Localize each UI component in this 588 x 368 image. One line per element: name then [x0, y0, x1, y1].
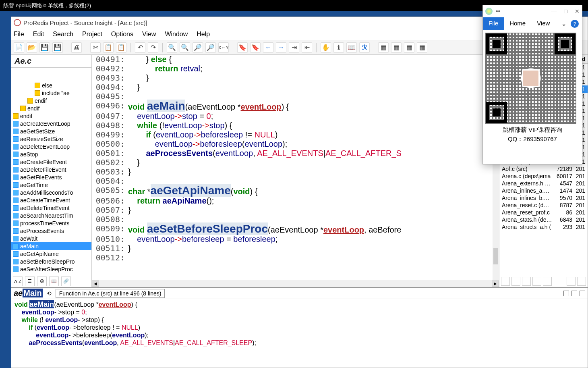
code-line[interactable]: 00509:void aeSetBeforeSleepProc(aeEventL… — [92, 224, 499, 235]
link-icon[interactable]: 🔗 — [61, 277, 71, 286]
symbol-aewait[interactable]: aeWait — [11, 235, 91, 242]
overlay-titlebar[interactable]: •• — □ ✕ — [483, 5, 582, 17]
code-line[interactable]: 00501: aeProcessEvents(eventLoop, AE_ALL… — [92, 149, 499, 158]
undo-icon[interactable]: ↶ — [135, 42, 145, 53]
code-text[interactable]: eventLoop->beforesleep = beforesleep; — [128, 235, 499, 244]
minimize-icon[interactable]: — — [551, 8, 557, 15]
file-row[interactable]: Arena_externs.h (de4547201 — [499, 180, 588, 187]
minimize-icon[interactable] — [563, 291, 569, 296]
context-line[interactable]: eventLoop- >beforesleep(eventLoop); — [14, 331, 584, 339]
open-icon[interactable] — [567, 277, 576, 286]
code-line[interactable]: 00498: while (!eventLoop->stop) { — [92, 121, 499, 130]
code-text[interactable]: return retval; — [128, 64, 499, 73]
code-text[interactable]: } — [128, 206, 499, 215]
symbol-aecreatefileevent[interactable]: aeCreateFileEvent — [11, 158, 91, 166]
symbol-aedeleteeventloop[interactable]: aeDeleteEventLoop — [11, 143, 91, 150]
file-row[interactable]: Arena_structs_a.h (293201 — [499, 223, 588, 231]
code-text[interactable]: return aeApiName(); — [128, 196, 499, 206]
file-row[interactable]: Arena_reset.c (deps8787201 — [499, 202, 588, 209]
menu-help[interactable]: Help — [197, 31, 210, 38]
symbol-aedeletefileevent[interactable]: aeDeleteFileEvent — [11, 166, 91, 173]
regex-icon[interactable]: X←Y — [218, 42, 229, 53]
copy-icon[interactable]: 📋 — [103, 42, 114, 53]
code-text[interactable]: } — [128, 83, 499, 92]
symbol-aecreatetimeevent[interactable]: aeCreateTimeEvent — [11, 196, 91, 204]
code-text[interactable]: while (!eventLoop->stop) { — [128, 121, 499, 130]
book-icon[interactable]: 📖 — [346, 42, 357, 53]
jump-icon[interactable]: ⇥ — [289, 42, 299, 53]
symbol-aegetapiname[interactable]: aeGetApiName — [11, 250, 91, 258]
code-text[interactable]: if (eventLoop->beforesleep != NULL) — [128, 130, 499, 139]
code-text[interactable]: void aeMain(aeEventLoop *eventLoop) { — [128, 101, 499, 112]
sort-az-button[interactable]: A-Z — [13, 277, 23, 286]
code-line[interactable]: 00492: return retval; — [92, 64, 499, 73]
code-text[interactable]: } — [128, 158, 499, 167]
jump2-icon[interactable]: ⇤ — [302, 42, 312, 53]
code-editor[interactable]: 00491: } else {00492: return retval;0049… — [92, 55, 499, 280]
symbol-aeprocessevents[interactable]: aeProcessEvents — [11, 227, 91, 235]
folder-icon[interactable] — [501, 277, 510, 286]
new-file-icon[interactable]: 📄 — [14, 42, 24, 53]
file-row[interactable]: Arena_inlines_a.h (d1474201 — [499, 187, 588, 194]
code-line[interactable]: 00507:} — [92, 206, 499, 215]
print-icon[interactable]: 🖨 — [71, 42, 82, 53]
nav-back-icon[interactable]: ← — [263, 42, 273, 53]
file-row[interactable]: Arena_inlines_b.h (d9570201 — [499, 194, 588, 202]
code-line[interactable]: 00494: } — [92, 83, 499, 92]
file-row[interactable]: Arena.c (deps\jema60817201 — [499, 173, 588, 180]
symbol-aeaddmillisecondsto[interactable]: aeAddMillisecondsTo — [11, 189, 91, 196]
search-files-icon[interactable]: 🔍 — [180, 42, 190, 53]
symbol-aesetbeforesleeppro[interactable]: aeSetBeforeSleepPro — [11, 258, 91, 265]
code-text[interactable]: eventLoop->stop = 0; — [128, 112, 499, 121]
symbol-tree[interactable]: elseinclude "aeendifendifendifaeCreateEv… — [11, 68, 91, 275]
context-line[interactable]: eventLoop- >stop = 0; — [14, 308, 584, 316]
replace-icon[interactable]: 🔎 — [205, 42, 216, 53]
help-icon[interactable]: ? — [571, 20, 579, 28]
maximize-icon[interactable]: □ — [564, 8, 567, 15]
maximize-icon[interactable] — [580, 291, 585, 296]
relation-icon[interactable]: ℛ — [359, 42, 370, 53]
view2-icon[interactable] — [522, 277, 531, 286]
code-line[interactable]: 00499: if (eventLoop->beforesleep != NUL… — [92, 130, 499, 139]
menu-search[interactable]: Search — [53, 31, 73, 38]
search-icon[interactable]: 🔍 — [167, 42, 177, 53]
context-code[interactable]: void aeMain(aeEventLoop *eventLoop) { ev… — [11, 299, 588, 368]
code-text[interactable]: char *aeGetApiName(void) { — [128, 186, 499, 196]
code-text[interactable]: } — [128, 167, 499, 177]
tab-home[interactable]: Home — [504, 17, 531, 30]
menu-file[interactable]: File — [14, 31, 24, 38]
context-line[interactable]: while (! eventLoop- >stop) { — [14, 316, 584, 324]
scrollbar-horizontal[interactable]: ◀ ▶ — [92, 280, 499, 287]
tab-file[interactable]: File — [483, 17, 504, 30]
symbol-aesearchnearesttim[interactable]: aeSearchNearestTim — [11, 212, 91, 219]
view1-icon[interactable] — [511, 277, 520, 286]
bookmark-icon[interactable]: 🔖 — [237, 42, 248, 53]
panel2-icon[interactable]: ▦ — [391, 42, 402, 53]
file-row[interactable]: Arena_reset_prof.c86201 — [499, 209, 588, 216]
context-sync-icon[interactable]: ⟲ — [47, 290, 52, 297]
code-text[interactable]: } else { — [128, 55, 499, 64]
symbol-aesetaftersleepproc[interactable]: aeSetAfterSleepProc — [11, 265, 91, 273]
view3-icon[interactable] — [532, 277, 541, 286]
symbol-aegetsetsize[interactable]: aeGetSetSize — [11, 127, 91, 135]
code-text[interactable]: } — [128, 244, 499, 253]
code-line[interactable]: 00510: eventLoop->beforesleep = beforesl… — [92, 235, 499, 244]
context-line[interactable]: void aeMain(aeEventLoop *eventLoop) { — [14, 301, 584, 308]
tab-view[interactable]: View — [531, 17, 555, 30]
symbol-processtimeevents[interactable]: processTimeEvents — [11, 219, 91, 227]
view4-icon[interactable] — [543, 277, 552, 286]
symbol-aestop[interactable]: aeStop — [11, 150, 91, 158]
code-text[interactable]: } — [128, 73, 499, 83]
bookmark2-icon[interactable]: 🔖 — [250, 42, 261, 53]
symbol-else[interactable]: else — [11, 81, 91, 89]
filter-icon[interactable] — [577, 277, 586, 286]
menu-window[interactable]: Window — [165, 31, 188, 38]
redo-icon[interactable]: ↷ — [148, 42, 158, 53]
save-icon[interactable]: 💾 — [39, 42, 50, 53]
menu-project[interactable]: Project — [82, 31, 102, 38]
symbol-include-ae[interactable]: include "ae — [11, 89, 91, 97]
context-line[interactable]: aeProcessEvents(eventLoop, AE_ALL_EVENTS… — [14, 339, 584, 347]
code-line[interactable]: 00502: } — [92, 158, 499, 167]
menu-view[interactable]: View — [142, 31, 156, 38]
close-icon[interactable]: ✕ — [575, 8, 580, 15]
